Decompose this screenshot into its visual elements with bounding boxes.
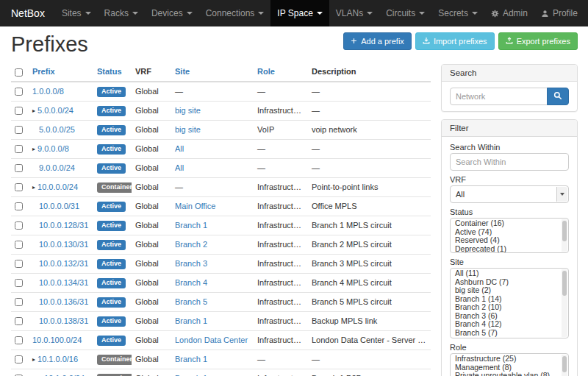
nav-item-secrets[interactable]: Secrets: [431, 0, 484, 26]
expand-arrow-icon: ▸: [32, 184, 35, 191]
prefix-link[interactable]: 9.0.0.0/24: [39, 163, 75, 172]
site-link[interactable]: London Data Center: [175, 336, 248, 344]
site-link[interactable]: Branch 1: [175, 355, 207, 363]
prefix-link[interactable]: 10.0.100.0/24: [32, 336, 82, 344]
search-input[interactable]: [450, 88, 548, 105]
brand-logo[interactable]: NetBox: [0, 0, 55, 26]
prefix-link[interactable]: 10.0.0.136/31: [39, 297, 88, 306]
vrf-select[interactable]: All: [450, 185, 569, 203]
row-checkbox[interactable]: [15, 355, 23, 363]
status-filter-option[interactable]: Active (74): [451, 228, 568, 237]
site-link[interactable]: Main Office: [175, 202, 215, 210]
row-checkbox[interactable]: [15, 107, 23, 115]
status-badge: Active: [97, 87, 126, 97]
site-filter-option[interactable]: Branch 5 (7): [451, 329, 568, 338]
prefix-link[interactable]: 10.0.0.130/31: [39, 240, 88, 249]
site-link[interactable]: Branch 3: [175, 259, 207, 268]
site-link[interactable]: Branch 2: [175, 240, 207, 249]
prefix-link[interactable]: 9.0.0.0/8: [37, 144, 69, 153]
nav-item-connections[interactable]: Connections: [199, 0, 271, 26]
row-checkbox[interactable]: [15, 126, 23, 134]
site-filter-option[interactable]: Branch 2 (10): [451, 303, 568, 312]
column-header-prefix[interactable]: Prefix: [29, 63, 93, 82]
description-cell: —: [308, 158, 431, 177]
nav-item-racks[interactable]: Racks: [98, 0, 145, 26]
column-header-site[interactable]: Site: [171, 63, 254, 82]
description-cell: Branch 1 MPLS circuit: [308, 216, 431, 235]
scrollbar[interactable]: [562, 219, 567, 252]
site-filter-option[interactable]: Branch 4 (12): [451, 320, 568, 329]
site-link[interactable]: Branch 5: [175, 297, 207, 306]
row-checkbox[interactable]: [15, 279, 23, 287]
status-filter-option[interactable]: Reserved (4): [451, 236, 568, 245]
row-checkbox[interactable]: [15, 202, 23, 210]
scrollbar[interactable]: [562, 269, 567, 337]
prefix-link[interactable]: 1.0.0.0/8: [32, 87, 64, 96]
description-cell: —: [308, 350, 431, 369]
role-filter-option[interactable]: Management (8): [451, 363, 568, 372]
empty-value: —: [175, 87, 183, 96]
site-filter-option[interactable]: big site (2): [451, 286, 568, 295]
site-link[interactable]: big site: [175, 106, 201, 115]
row-checkbox[interactable]: [15, 298, 23, 306]
status-filter-option[interactable]: Deprecated (1): [451, 245, 568, 254]
site-link[interactable]: Branch 4: [175, 278, 207, 287]
prefix-link[interactable]: 10.0.0.0/24: [37, 182, 78, 191]
nav-item-sites[interactable]: Sites: [55, 0, 98, 26]
import-prefixes-button[interactable]: Import prefixes: [415, 32, 495, 50]
nav-item-circuits[interactable]: Circuits: [379, 0, 431, 26]
prefix-link[interactable]: 10.0.0.138/31: [39, 316, 88, 325]
nav-item-ip-space[interactable]: IP Space: [270, 0, 329, 26]
site-filter-option[interactable]: All (11): [451, 269, 568, 278]
status-filter-listbox[interactable]: Container (16)Active (74)Reserved (4)Dep…: [450, 218, 569, 253]
profile-link[interactable]: Profile: [534, 0, 584, 26]
row-checkbox[interactable]: [15, 164, 23, 172]
row-checkbox[interactable]: [15, 260, 23, 268]
site-filter-option[interactable]: London Data Center (8): [451, 337, 568, 338]
site-cell: All: [171, 158, 254, 177]
chevron-down-icon: [367, 12, 373, 15]
add-prefix-button[interactable]: Add a prefix: [343, 32, 412, 50]
role-filter-option[interactable]: Private unrouteable vlan (8): [451, 372, 568, 376]
role-filter-option[interactable]: Infrastructure (25): [451, 355, 568, 363]
prefix-link[interactable]: 10.0.0.128/31: [39, 221, 88, 230]
column-header-role[interactable]: Role: [254, 63, 308, 82]
search-button[interactable]: [547, 88, 569, 105]
prefix-link[interactable]: 10.1.0.0/16: [37, 355, 78, 363]
row-checkbox[interactable]: [15, 317, 23, 325]
logout-link[interactable]: Log out: [584, 0, 588, 26]
export-prefixes-button[interactable]: Export prefixes: [498, 32, 578, 50]
row-checkbox[interactable]: [15, 241, 23, 249]
site-filter-option[interactable]: Ashburn DC (7): [451, 278, 568, 287]
role-filter-listbox[interactable]: Infrastructure (25)Management (8)Private…: [450, 353, 569, 376]
site-link[interactable]: Branch 1: [175, 316, 207, 325]
status-badge: Active: [97, 202, 126, 212]
row-checkbox[interactable]: [15, 183, 23, 191]
site-filter-listbox[interactable]: All (11)Ashburn DC (7)big site (2)Branch…: [450, 268, 569, 338]
site-link[interactable]: Branch 1: [175, 221, 207, 230]
site-link[interactable]: All: [175, 144, 184, 153]
nav-item-devices[interactable]: Devices: [145, 0, 199, 26]
vrf-cell: Global: [132, 216, 171, 235]
status-filter-option[interactable]: Container (16): [451, 219, 568, 228]
nav-item-vlans[interactable]: VLANs: [329, 0, 379, 26]
prefix-link[interactable]: 10.0.0.132/31: [39, 259, 88, 268]
column-header-status[interactable]: Status: [93, 63, 132, 82]
admin-link[interactable]: Admin: [484, 0, 534, 26]
site-filter-option[interactable]: Branch 1 (14): [451, 295, 568, 304]
row-checkbox[interactable]: [15, 221, 23, 230]
row-checkbox[interactable]: [15, 145, 23, 153]
prefix-link[interactable]: 10.0.0.0/31: [39, 202, 79, 210]
select-all-checkbox[interactable]: [15, 68, 23, 77]
site-link[interactable]: All: [175, 163, 184, 172]
search-within-input[interactable]: [450, 153, 569, 171]
site-filter-option[interactable]: Branch 3 (6): [451, 312, 568, 321]
prefix-link[interactable]: 5.0.0.0/25: [39, 125, 75, 134]
site-link[interactable]: big site: [175, 125, 201, 134]
row-checkbox[interactable]: [15, 88, 23, 96]
role-cell: Infrastructure: [254, 101, 308, 120]
scrollbar[interactable]: [562, 355, 567, 376]
prefix-link[interactable]: 10.0.0.134/31: [39, 278, 88, 287]
prefix-link[interactable]: 5.0.0.0/24: [37, 106, 74, 115]
row-checkbox[interactable]: [15, 336, 23, 344]
